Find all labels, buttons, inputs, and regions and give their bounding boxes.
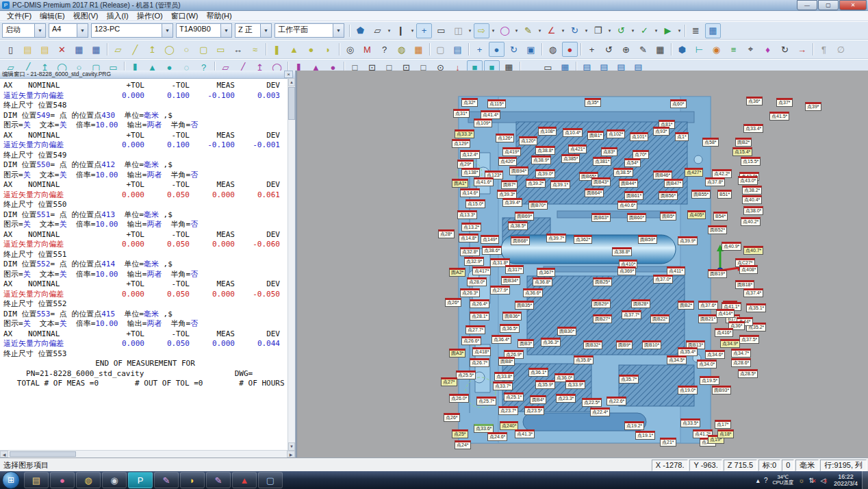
feature-circle-icon[interactable]: ◯ bbox=[497, 23, 513, 38]
color-palette-icon[interactable]: ▦ bbox=[411, 42, 426, 57]
cad-measure-label[interactable]: 点19.2* bbox=[624, 421, 644, 430]
cad-measure-label[interactable]: 点420* bbox=[498, 157, 517, 166]
report-file-icon[interactable]: ▤ bbox=[450, 42, 465, 57]
cad-measure-label[interactable]: 点120* bbox=[519, 136, 537, 145]
cad-measure-label[interactable]: 圆B69* bbox=[515, 212, 534, 221]
cad-measure-label[interactable]: 点108* bbox=[538, 127, 557, 136]
cad-measure-label[interactable]: 点34.7* bbox=[731, 349, 751, 358]
cad-measure-label[interactable]: 点405* bbox=[687, 210, 706, 219]
construct-pencil-icon-dropdown-icon[interactable]: ▾ bbox=[537, 28, 543, 34]
cad-measure-label[interactable]: 圆B28* bbox=[631, 299, 650, 308]
cad-measure-label[interactable]: 圆A2* bbox=[449, 268, 465, 277]
goto-feature-icon-dropdown-icon[interactable]: ▾ bbox=[490, 28, 496, 34]
cad-measure-label[interactable]: 点26* bbox=[444, 413, 460, 422]
cad-measure-label[interactable]: 点28.5* bbox=[738, 369, 758, 378]
cad-measure-label[interactable]: 点317* bbox=[505, 265, 524, 274]
execute-icon[interactable]: ▶ bbox=[660, 23, 676, 38]
cad-measure-label[interactable]: 圆B10* bbox=[642, 340, 661, 349]
cad-measure-label[interactable]: 点39.4* bbox=[502, 198, 522, 207]
cad-measure-label[interactable]: 圆B55* bbox=[691, 190, 711, 199]
cad-measure-label[interactable]: 点27* bbox=[441, 377, 457, 386]
cad-measure-label[interactable]: 点39.2* bbox=[526, 179, 546, 188]
maximize-button[interactable]: ▢ bbox=[818, 0, 839, 10]
tray-network-icon[interactable]: ⇅✕ bbox=[808, 477, 816, 484]
cad-measure-label[interactable]: 点408* bbox=[739, 265, 758, 274]
cad-measure-label[interactable]: 点35.9* bbox=[535, 380, 555, 389]
start-button[interactable]: ⊞ bbox=[2, 471, 20, 489]
cad-measure-label[interactable]: 点37* bbox=[776, 98, 793, 107]
cad-measure-label[interactable]: 点32.8* bbox=[460, 247, 480, 256]
cad-measure-label[interactable]: 圆B4* bbox=[530, 395, 546, 404]
cad-measure-label[interactable]: 圆B63* bbox=[591, 213, 611, 222]
cad-measure-label[interactable]: 点43.0* bbox=[738, 176, 758, 185]
cad-measure-label[interactable]: 点40.9* bbox=[722, 242, 741, 251]
axes-widget-icon[interactable]: ⌖ bbox=[743, 42, 758, 57]
translate-mode-icon[interactable]: + bbox=[584, 42, 600, 57]
cad-measure-label[interactable]: 点22.5* bbox=[582, 398, 602, 407]
cad-measure-label[interactable]: 圆B25* bbox=[593, 277, 612, 286]
cad-measure-label[interactable]: 点37.6* bbox=[698, 301, 718, 310]
cad-measure-label[interactable]: 圆B19* bbox=[708, 269, 727, 278]
cad-measure-label[interactable]: 点60* bbox=[670, 99, 687, 108]
cad-measure-label[interactable]: 点54* bbox=[624, 158, 641, 167]
menu-item-3[interactable]: 插入(I) bbox=[102, 11, 132, 21]
cad-measure-label[interactable]: 点381* bbox=[593, 157, 611, 166]
probe-combo[interactable]: A4▼ bbox=[49, 23, 88, 38]
cad-measure-label[interactable]: 点101* bbox=[630, 132, 648, 141]
cad-measure-label[interactable]: 圆B30* bbox=[557, 327, 576, 336]
cad-measure-label[interactable]: 点28.6* bbox=[731, 358, 751, 367]
cad-measure-label[interactable]: 点15.5* bbox=[741, 157, 761, 166]
taskbar-app-wps2[interactable]: ✎ bbox=[206, 472, 231, 488]
round-slot-feature-icon[interactable]: ▢ bbox=[196, 42, 212, 57]
scrollbar-thumb-h[interactable] bbox=[10, 451, 76, 457]
rotate3d-mode-icon[interactable]: ⊕ bbox=[618, 42, 634, 57]
globe-view-icon[interactable]: ◍ bbox=[545, 42, 561, 57]
cad-measure-label[interactable]: 点33.9* bbox=[565, 380, 585, 389]
cad-measure-label[interactable]: 点26.7* bbox=[470, 358, 489, 367]
window-layout-icon[interactable]: ▦ bbox=[705, 23, 721, 38]
cad-measure-label[interactable]: 圆B29* bbox=[591, 299, 611, 308]
cad-measure-label[interactable]: 点39.1* bbox=[550, 180, 570, 189]
cad-wire-cube-icon-dropdown-icon[interactable]: ▾ bbox=[467, 28, 473, 34]
tray-help-icon[interactable]: ? bbox=[764, 477, 768, 484]
cad-measure-label[interactable]: 点40.6* bbox=[617, 201, 637, 210]
scroll-left-icon[interactable]: ◀ bbox=[0, 451, 8, 457]
line-feature-icon[interactable]: ╱ bbox=[127, 42, 143, 57]
cad-measure-label[interactable]: 点34.0* bbox=[697, 360, 717, 368]
cad-measure-label[interactable]: 圆B21* bbox=[698, 314, 717, 323]
cad-measure-label[interactable]: 圆B8* bbox=[498, 357, 515, 366]
width-feature-icon[interactable]: ↔ bbox=[230, 42, 246, 57]
cad-measure-label[interactable]: 点39.7* bbox=[546, 234, 566, 242]
tray-expand-icon[interactable]: ▴ bbox=[756, 477, 760, 484]
cad-measure-label[interactable]: 点24.6* bbox=[487, 432, 507, 441]
cad-measure-label[interactable]: 点414* bbox=[716, 309, 735, 318]
plane-feature-icon[interactable]: ▱ bbox=[110, 42, 126, 57]
cad-measure-label[interactable]: 圆B59* bbox=[638, 235, 657, 244]
cad-measure-label[interactable]: 点36.6* bbox=[523, 288, 543, 297]
cad-measure-label[interactable]: 点419* bbox=[502, 147, 521, 156]
copy-pages-icon-dropdown-icon[interactable]: ▾ bbox=[607, 28, 613, 34]
cad-measure-label[interactable]: 点25* bbox=[452, 429, 468, 438]
cad-measure-label[interactable]: 点14.8* bbox=[459, 234, 478, 242]
cad-measure-label[interactable]: 点25.7* bbox=[476, 397, 496, 405]
rotate-options-icon[interactable]: ↻ bbox=[777, 42, 793, 57]
rotate-mode-icon[interactable]: ↺ bbox=[601, 42, 617, 57]
cone-feature-icon[interactable]: ▲ bbox=[286, 42, 302, 57]
taskbar-app-window[interactable]: ▢ bbox=[258, 472, 283, 488]
cpu-temp-widget[interactable]: 34℃ CPU温度 bbox=[772, 475, 793, 486]
cad-measure-label[interactable]: 点35* bbox=[585, 98, 601, 107]
cad-measure-label[interactable]: 点34.9* bbox=[720, 339, 740, 348]
cad-measure-label[interactable]: 点36.3* bbox=[541, 338, 561, 347]
view-cube-icon-dropdown-icon[interactable]: ▾ bbox=[386, 28, 392, 34]
light-icon[interactable]: ♦ bbox=[760, 42, 776, 57]
cad-measure-label[interactable]: 点41.5* bbox=[769, 112, 789, 121]
cad-measure-label[interactable]: 点149* bbox=[481, 235, 499, 244]
scrollbar-thumb[interactable] bbox=[288, 87, 295, 120]
scan-path-icon[interactable]: M bbox=[359, 42, 375, 57]
cad-measure-label[interactable]: 点34.5* bbox=[667, 355, 687, 364]
pan-view-icon[interactable]: + bbox=[472, 42, 487, 57]
cad-measure-label[interactable]: 点58* bbox=[702, 138, 719, 147]
feature-circle-icon-dropdown-icon[interactable]: ▾ bbox=[513, 28, 520, 34]
title-bar[interactable]: P PC-DMIS Premium 2017 R1 (Release) - 机器… bbox=[0, 0, 868, 11]
cad-measure-label[interactable]: 点31* bbox=[453, 109, 470, 118]
